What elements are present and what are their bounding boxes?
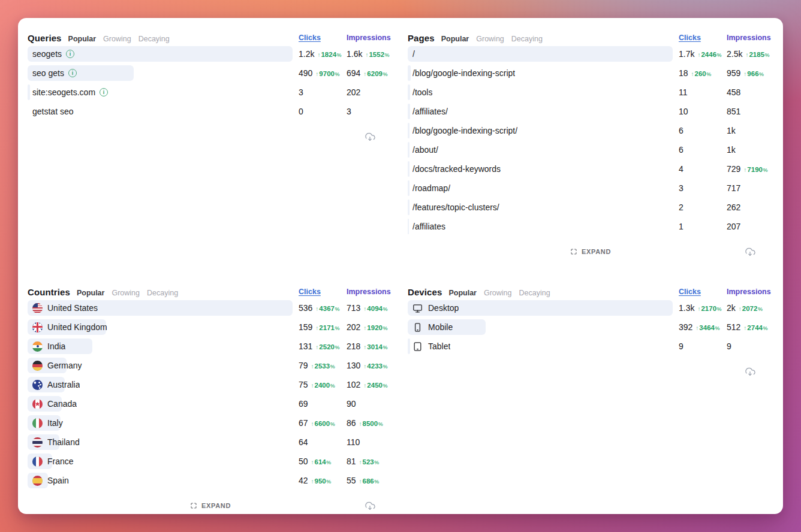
country-row[interactable]: India131↑2520%218↑3014% <box>28 337 393 356</box>
change-value: 4367 <box>319 305 335 312</box>
clicks-value: 11 <box>679 87 727 97</box>
change-percent: ↑2170% <box>697 305 721 312</box>
page-row[interactable]: /docs/tracked-keywords4729↑7190% <box>408 159 773 179</box>
page-row[interactable]: /affiliates/10851 <box>408 102 773 121</box>
impressions-value: 262 <box>727 202 773 212</box>
country-row[interactable]: Spain42↑950%55↑686% <box>28 471 393 490</box>
country-row[interactable]: Australia75↑2400%102↑2450% <box>28 375 393 394</box>
metric-number: 0 <box>299 107 303 116</box>
metric-number: 86 <box>347 418 356 428</box>
change-value: 1552 <box>369 51 384 58</box>
row-label-group: France <box>28 457 74 467</box>
row-label: France <box>47 457 74 466</box>
device-row[interactable]: Tablet99 <box>408 337 773 356</box>
metric-number: 713 <box>347 303 360 313</box>
impressions-column-header[interactable]: Impressions <box>347 34 393 42</box>
row-name-cell: seogetsi <box>28 46 293 62</box>
clicks-column-header[interactable]: Clicks <box>299 288 347 296</box>
tab-growing[interactable]: Growing <box>112 289 140 297</box>
query-row[interactable]: seo getsi490↑9700%694↑6209% <box>28 64 393 83</box>
info-icon[interactable]: i <box>68 69 77 77</box>
country-row[interactable]: Italy67↑6600%86↑8500% <box>28 413 393 433</box>
tab-decaying[interactable]: Decaying <box>138 35 170 43</box>
clicks-column-header[interactable]: Clicks <box>679 288 727 296</box>
info-icon[interactable]: i <box>66 50 74 58</box>
clicks-value: 0 <box>299 107 347 116</box>
row-label: Spain <box>47 476 69 485</box>
row-label: Australia <box>47 380 80 389</box>
page-row[interactable]: /blog/google-indexing-script18↑260%959↑9… <box>408 64 773 83</box>
metric-number: 959 <box>727 68 740 78</box>
tab-popular[interactable]: Popular <box>68 35 97 43</box>
impressions-column-header[interactable]: Impressions <box>727 288 773 296</box>
change-percent: ↑4233% <box>363 362 387 370</box>
query-row[interactable]: site:seogets.comi3202 <box>28 83 393 102</box>
row-label-group: Italy <box>28 418 63 428</box>
row-label: /blog/google-indexing-script <box>412 68 515 78</box>
row-label: getstat seo <box>32 107 74 116</box>
tab-popular[interactable]: Popular <box>441 35 469 43</box>
impressions-column-header[interactable]: Impressions <box>727 34 773 42</box>
tab-growing[interactable]: Growing <box>476 35 504 43</box>
cloud-download-icon[interactable] <box>745 366 755 377</box>
country-row[interactable]: United States536↑4367%713↑4094% <box>28 298 393 318</box>
tab-growing[interactable]: Growing <box>484 289 512 297</box>
pages-tabs: PopularGrowingDecaying <box>441 35 543 43</box>
page-row[interactable]: /features/topic-clusters/2262 <box>408 198 773 217</box>
page-row[interactable]: /1.7k↑2446%2.5k↑2185% <box>408 44 773 64</box>
cloud-download-icon[interactable] <box>745 246 755 257</box>
country-row[interactable]: United Kingdom159↑2171%202↑1920% <box>28 318 393 337</box>
page-row[interactable]: /roadmap/3717 <box>408 179 773 198</box>
metric-number: 130 <box>347 361 360 370</box>
row-label-group: /affiliates/ <box>408 107 448 116</box>
country-row[interactable]: France50↑614%81↑523% <box>28 452 393 471</box>
country-row[interactable]: Canada6990 <box>28 394 393 413</box>
tab-popular[interactable]: Popular <box>77 289 105 297</box>
tab-decaying[interactable]: Decaying <box>511 35 543 43</box>
percent-sign: % <box>385 52 390 58</box>
change-value: 523 <box>363 458 374 466</box>
device-row[interactable]: Mobile392↑3464%512↑2744% <box>408 318 773 337</box>
percent-sign: % <box>330 383 335 389</box>
country-row[interactable]: Thailand64110 <box>28 433 393 452</box>
change-value: 2744 <box>747 324 763 331</box>
change-percent: ↑2446% <box>697 51 721 58</box>
metric-number: 55 <box>347 476 356 485</box>
expand-button[interactable]: EXPAND <box>567 247 615 256</box>
change-value: 260 <box>695 70 706 77</box>
device-row[interactable]: Desktop1.3k↑2170%2k↑2072% <box>408 298 773 318</box>
queries-tabs: PopularGrowingDecaying <box>68 35 170 43</box>
row-label-group: /blog/google-indexing-script <box>408 68 515 78</box>
up-arrow-icon: ↑ <box>359 478 362 485</box>
impressions-column-header[interactable]: Impressions <box>347 288 393 296</box>
percent-sign: % <box>335 325 339 331</box>
page-row[interactable]: /about/61k <box>408 140 773 159</box>
percent-sign: % <box>337 52 342 58</box>
impressions-value: 55↑686% <box>347 476 393 485</box>
page-row[interactable]: /tools11458 <box>408 83 773 102</box>
tab-decaying[interactable]: Decaying <box>519 289 550 297</box>
metric-number: 10 <box>679 107 688 116</box>
tab-growing[interactable]: Growing <box>103 35 131 43</box>
clicks-column-header[interactable]: Clicks <box>679 34 727 42</box>
tab-decaying[interactable]: Decaying <box>147 289 178 297</box>
percent-sign: % <box>383 325 387 331</box>
metric-number: 90 <box>347 399 356 409</box>
query-row[interactable]: seogetsi1.2k↑1824%1.6k↑1552% <box>28 44 393 64</box>
clicks-column-header[interactable]: Clicks <box>299 34 347 42</box>
tab-popular[interactable]: Popular <box>448 289 477 297</box>
expand-button[interactable]: EXPAND <box>186 501 234 510</box>
percent-sign: % <box>765 52 770 58</box>
query-row[interactable]: getstat seo03 <box>28 102 393 121</box>
clicks-value: 1.7k↑2446% <box>679 49 727 59</box>
impressions-value: 202↑1920% <box>347 322 393 332</box>
page-row[interactable]: /blog/google-indexing-script/61k <box>408 121 773 140</box>
info-icon[interactable]: i <box>100 88 108 96</box>
cloud-download-icon[interactable] <box>365 131 375 142</box>
cloud-download-icon[interactable] <box>365 500 375 511</box>
page-row[interactable]: /affiliates1207 <box>408 217 773 236</box>
country-row[interactable]: Germany79↑2533%130↑4233% <box>28 356 393 375</box>
change-value: 8500 <box>363 420 378 427</box>
metric-number: 3 <box>299 87 303 97</box>
impressions-value: 2.5k↑2185% <box>727 49 773 59</box>
